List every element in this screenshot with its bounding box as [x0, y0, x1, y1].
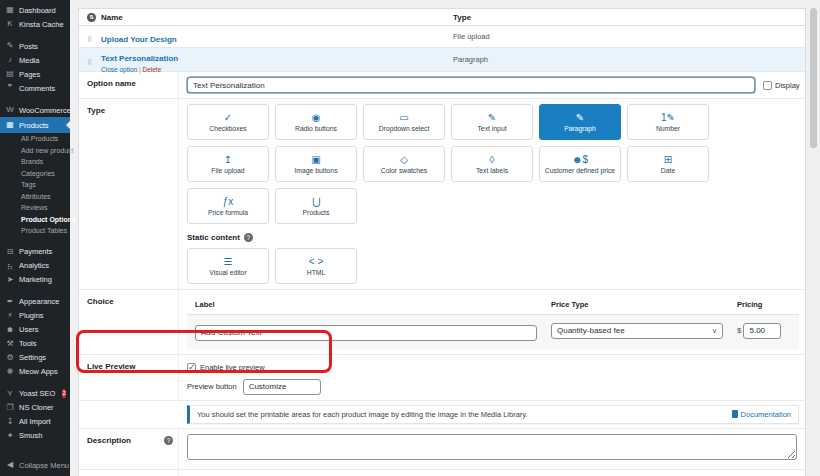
- type-button-label: Dropdown select: [379, 125, 430, 132]
- users-icon: ☻: [5, 325, 15, 335]
- option-name-label: Option name: [79, 72, 179, 98]
- number-icon: 1✎: [661, 112, 675, 123]
- type-button-text-input[interactable]: ✎Text input: [451, 104, 533, 140]
- price-input[interactable]: [743, 323, 781, 339]
- checkboxes-icon: ✓: [224, 112, 232, 123]
- type-button-label: Paragraph: [564, 125, 596, 132]
- ns-cloner-icon: ❐: [5, 403, 15, 413]
- sidebar-item-tools[interactable]: ⚒Tools: [0, 337, 70, 351]
- sidebar-item-smush[interactable]: ✦Smush: [0, 429, 70, 443]
- payments-icon: ⊟: [5, 247, 15, 257]
- option-name-input[interactable]: [187, 77, 755, 93]
- sidebar-item-analytics[interactable]: ⣦Analytics: [0, 259, 70, 273]
- sidebar-item-products[interactable]: ▦Products: [0, 117, 70, 133]
- sidebar-item-meow-apps[interactable]: ❋Meow Apps: [0, 365, 70, 379]
- type-button-html[interactable]: < >HTML: [275, 248, 357, 284]
- sidebar-item-categories[interactable]: Categories: [0, 168, 70, 180]
- sidebar-item-label: Analytics: [19, 261, 49, 270]
- sidebar-item-settings[interactable]: ⚙Settings: [0, 351, 70, 365]
- sidebar-item-tags[interactable]: Tags: [0, 179, 70, 191]
- type-button-text-labels[interactable]: ◊Text labels: [451, 146, 533, 182]
- sidebar-item-dashboard[interactable]: ▦Dashboard: [0, 3, 70, 17]
- type-button-customer-defined-price[interactable]: ☻$Customer defined price: [539, 146, 621, 182]
- sidebar-item-marketing[interactable]: ➤Marketing: [0, 273, 70, 287]
- sidebar-item-attributes[interactable]: Attributes: [0, 191, 70, 203]
- type-button-label: File upload: [211, 167, 244, 174]
- sidebar-item-appearance[interactable]: ✒Appearance: [0, 295, 70, 309]
- required-row: Required ?: [79, 470, 805, 476]
- sidebar-item-pages[interactable]: ▤Pages: [0, 67, 70, 81]
- price-type-value: Quantity-based fee: [557, 326, 625, 335]
- description-textarea[interactable]: [187, 434, 797, 460]
- tag-icon: ◊: [490, 154, 495, 165]
- type-button-label: Text labels: [476, 167, 508, 174]
- sidebar-item-add-new-product[interactable]: Add new product: [0, 145, 70, 157]
- type-button-number[interactable]: 1✎Number: [627, 104, 709, 140]
- kinsta-icon: K: [5, 19, 15, 29]
- type-button-price-formula[interactable]: ƒxPrice formula: [187, 188, 269, 224]
- type-button-radio-buttons[interactable]: ◉Radio buttons: [275, 104, 357, 140]
- sidebar-item-users[interactable]: ☻Users: [0, 323, 70, 337]
- type-button-dropdown-select[interactable]: ▭Dropdown select: [363, 104, 445, 140]
- choice-col-label: Label: [195, 300, 551, 309]
- type-button-file-upload[interactable]: ↥File upload: [187, 146, 269, 182]
- sidebar-item-brands[interactable]: Brands: [0, 156, 70, 168]
- type-button-label: Color swatches: [381, 167, 427, 174]
- type-button-paragraph[interactable]: ✎Paragraph: [539, 104, 621, 140]
- description-row: Description ?: [79, 429, 805, 470]
- drag-handle-icon[interactable]: ⠿: [87, 36, 92, 43]
- type-button-checkboxes[interactable]: ✓Checkboxes: [187, 104, 269, 140]
- help-icon[interactable]: ?: [164, 436, 173, 445]
- type-button-image-buttons[interactable]: ▣Image buttons: [275, 146, 357, 182]
- sidebar-item-label: Meow Apps: [19, 367, 58, 376]
- sort-icon[interactable]: ⇅: [87, 13, 96, 22]
- type-button-visual-editor[interactable]: ☰Visual editor: [187, 248, 269, 284]
- sidebar-item-label: Media: [19, 56, 39, 65]
- display-checkbox[interactable]: [763, 81, 772, 90]
- tools-icon: ⚒: [5, 339, 15, 349]
- help-icon[interactable]: ?: [244, 233, 253, 242]
- preview-button-label: Preview button: [187, 382, 237, 391]
- sidebar-item-all-products[interactable]: All Products: [0, 133, 70, 145]
- option-link-text-personalization[interactable]: Text Personalization: [101, 54, 178, 63]
- sidebar-item-label: Marketing: [19, 275, 52, 284]
- smush-icon: ✦: [5, 431, 15, 441]
- choice-col-price-type: Price Type: [551, 300, 737, 309]
- drag-handle-icon[interactable]: ⠿: [87, 59, 92, 66]
- sidebar-item-product-tables[interactable]: Product Tables: [0, 225, 70, 237]
- sidebar-item-all-import[interactable]: ↧All Import: [0, 415, 70, 429]
- column-header-type: Type: [453, 13, 805, 22]
- type-button-products[interactable]: ⋃Products: [275, 188, 357, 224]
- sidebar-item-label: Comments: [19, 84, 55, 93]
- price-type-select[interactable]: Quantity-based fee ∨: [551, 323, 723, 339]
- sidebar-item-label: Dashboard: [19, 6, 56, 15]
- type-button-color-swatches[interactable]: ◇Color swatches: [363, 146, 445, 182]
- sidebar-item-ns-cloner[interactable]: ❐NS Cloner: [0, 401, 70, 415]
- description-label: Description ?: [79, 429, 179, 469]
- type-button-label: Visual editor: [209, 269, 246, 276]
- sidebar-item-woocommerce[interactable]: WWooCommerce: [0, 103, 70, 117]
- sidebar-item-kinsta-cache[interactable]: KKinsta Cache: [0, 17, 70, 31]
- sidebar-item-plugins[interactable]: ⚡Plugins: [0, 309, 70, 323]
- scrollbar-thumb[interactable]: [810, 8, 817, 148]
- analytics-icon: ⣦: [5, 261, 15, 271]
- enable-live-preview-checkbox[interactable]: ✓: [187, 363, 196, 372]
- preview-button-input[interactable]: [243, 379, 321, 395]
- admin-sidebar: ▦Dashboard KKinsta Cache ✎Posts ♪Media ▤…: [0, 0, 70, 476]
- info-notice: You should set the printable areas for e…: [187, 405, 799, 424]
- type-button-label: Products: [303, 209, 330, 216]
- sidebar-item-collapse-menu[interactable]: ◀Collapse Menu: [0, 458, 70, 472]
- sidebar-item-payments[interactable]: ⊟Payments: [0, 245, 70, 259]
- sidebar-item-posts[interactable]: ✎Posts: [0, 39, 70, 53]
- option-link-upload-your-design[interactable]: Upload Your Design: [101, 35, 177, 44]
- sidebar-item-yoast-seo[interactable]: YYoast SEO2: [0, 387, 70, 401]
- sidebar-item-media[interactable]: ♪Media: [0, 53, 70, 67]
- sidebar-item-reviews[interactable]: Reviews: [0, 202, 70, 214]
- choice-label-input[interactable]: [195, 325, 537, 341]
- sidebar-item-product-options[interactable]: Product Options: [0, 214, 70, 226]
- sidebar-item-comments[interactable]: ❞Comments: [0, 81, 70, 95]
- documentation-link[interactable]: Documentation: [732, 410, 791, 419]
- sidebar-item-label: Smush: [19, 431, 42, 440]
- type-button-date[interactable]: ⊞Date: [627, 146, 709, 182]
- meow-apps-icon: ❋: [5, 367, 15, 377]
